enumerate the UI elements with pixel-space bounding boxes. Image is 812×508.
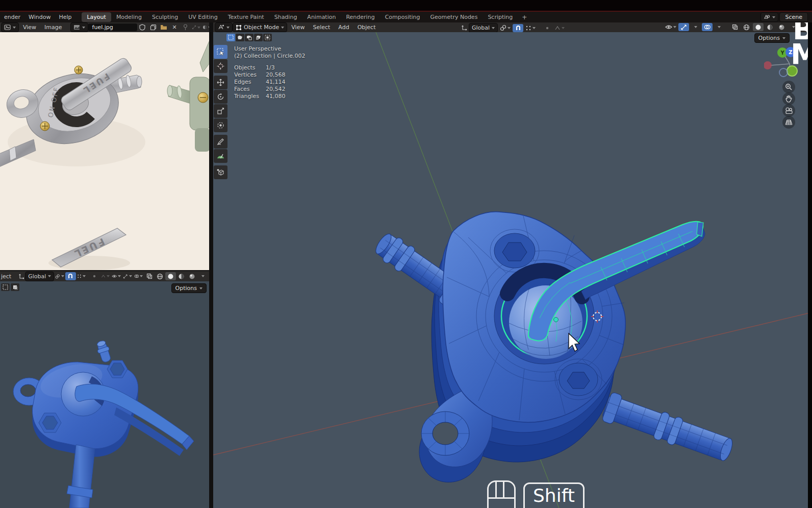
shading-dropdown-button[interactable] bbox=[197, 272, 208, 280]
pan-button[interactable] bbox=[782, 92, 795, 105]
xray-button[interactable] bbox=[144, 272, 155, 280]
shading-wireframe-button[interactable] bbox=[155, 272, 165, 280]
tab-shading[interactable]: Shading bbox=[269, 12, 302, 22]
mode-dropdown[interactable]: Object Mode bbox=[233, 22, 287, 32]
select-mode-invert-button[interactable] bbox=[254, 34, 263, 41]
add-workspace-button[interactable]: + bbox=[518, 14, 531, 21]
orientation-dropdown[interactable]: Global bbox=[469, 23, 498, 33]
tool-add-cube-button[interactable] bbox=[214, 165, 227, 179]
menu-help[interactable]: Help bbox=[55, 12, 75, 22]
tab-animation[interactable]: Animation bbox=[302, 12, 341, 22]
area-divider[interactable] bbox=[209, 22, 213, 508]
main-viewport-header: Object Mode View Select Add Object Globa… bbox=[213, 22, 812, 32]
viewport-menu-object[interactable]: Object bbox=[353, 22, 380, 33]
perspective-toggle-button[interactable] bbox=[782, 116, 795, 129]
tool-rotate-button[interactable] bbox=[214, 90, 227, 104]
shading-rendered-button[interactable] bbox=[776, 23, 787, 31]
zoom-button[interactable] bbox=[782, 81, 795, 93]
proportional-edit-icon bbox=[544, 25, 550, 31]
select-mode-new-button[interactable] bbox=[226, 34, 235, 41]
shading-material-button[interactable] bbox=[765, 23, 775, 31]
main-viewport-canvas[interactable]: User Perspective (2) Collection | Circle… bbox=[213, 32, 812, 508]
editor-type-button[interactable] bbox=[1, 22, 19, 32]
select-mode-icon[interactable] bbox=[1, 283, 10, 291]
fake-user-button[interactable] bbox=[137, 23, 148, 32]
select-mode-extend-button[interactable] bbox=[236, 34, 244, 41]
gizmos-dropdown[interactable] bbox=[690, 23, 701, 31]
xray-button[interactable] bbox=[729, 23, 740, 31]
snap-with-button[interactable] bbox=[524, 24, 537, 32]
tool-annotate-button[interactable] bbox=[214, 135, 227, 149]
image-editor-canvas[interactable]: ON OFF FUEL bbox=[0, 32, 209, 270]
new-image-button[interactable] bbox=[148, 23, 159, 32]
falloff-button[interactable] bbox=[100, 272, 111, 280]
overlays-button[interactable] bbox=[702, 23, 713, 31]
shading-wireframe-button[interactable] bbox=[741, 23, 752, 31]
falloff-button[interactable] bbox=[553, 24, 566, 32]
shading-material-button[interactable] bbox=[176, 272, 187, 280]
snap-toggle-button[interactable] bbox=[513, 24, 523, 32]
unlink-icon: ✕ bbox=[172, 24, 176, 31]
tab-uv-editing[interactable]: UV Editing bbox=[183, 12, 222, 22]
tab-scripting[interactable]: Scripting bbox=[483, 12, 518, 22]
tab-rendering[interactable]: Rendering bbox=[341, 12, 379, 22]
viewport-menu-view[interactable]: View bbox=[287, 22, 309, 33]
camera-view-button[interactable] bbox=[782, 104, 795, 117]
menu-render-clipped[interactable]: ender bbox=[0, 12, 24, 22]
snap-target-button[interactable] bbox=[499, 24, 512, 32]
image-editor-menu-image[interactable]: Image bbox=[40, 22, 66, 33]
tool-transform-button[interactable] bbox=[214, 118, 227, 132]
image-name-field[interactable]: fuel.jpg bbox=[88, 23, 137, 31]
viewport-menu-select[interactable]: Select bbox=[309, 22, 334, 33]
image-editor-menu-view[interactable]: View bbox=[19, 22, 40, 33]
image-browse-button[interactable] bbox=[70, 22, 88, 32]
viewport-menu-add[interactable]: Add bbox=[334, 22, 353, 33]
select-mode-intersect-button[interactable] bbox=[263, 34, 272, 41]
snap-with-button[interactable] bbox=[76, 272, 87, 280]
snap-target-button[interactable] bbox=[54, 272, 65, 280]
visibility-button[interactable] bbox=[664, 23, 677, 31]
gizmo-x-pos[interactable] bbox=[779, 68, 788, 77]
tool-cursor-button[interactable] bbox=[214, 59, 227, 73]
select-mode-icon[interactable] bbox=[11, 283, 19, 291]
tab-geometry-nodes[interactable]: Geometry Nodes bbox=[425, 12, 483, 22]
scene-name[interactable]: Scene bbox=[779, 12, 808, 22]
pin-button[interactable] bbox=[180, 23, 191, 32]
gizmos-button[interactable] bbox=[122, 272, 133, 280]
shading-solid-button[interactable] bbox=[753, 23, 764, 31]
falloff-icon bbox=[554, 25, 561, 31]
snap-toggle-button[interactable] bbox=[65, 272, 76, 280]
menu-window[interactable]: Window bbox=[24, 12, 55, 22]
overlays-dropdown[interactable] bbox=[714, 23, 724, 31]
orientation-dropdown[interactable]: Global bbox=[25, 272, 54, 281]
main-options-button[interactable]: Options bbox=[754, 33, 790, 43]
proportional-edit-button[interactable] bbox=[542, 24, 552, 32]
proportional-edit-button[interactable] bbox=[89, 272, 100, 280]
menu-object-clipped[interactable]: ject bbox=[0, 271, 15, 282]
tab-compositing[interactable]: Compositing bbox=[380, 12, 425, 22]
shading-solid-button[interactable] bbox=[165, 272, 176, 280]
tool-move-button[interactable] bbox=[214, 76, 227, 89]
unlink-image-button[interactable]: ✕ bbox=[169, 23, 180, 32]
scene-selector[interactable] bbox=[760, 12, 778, 22]
secondary-viewport-canvas[interactable]: Options bbox=[0, 281, 209, 508]
tab-sculpting[interactable]: Sculpting bbox=[147, 12, 183, 22]
tool-measure-button[interactable] bbox=[214, 149, 227, 163]
visibility-button[interactable] bbox=[111, 272, 122, 280]
tool-scale-button[interactable] bbox=[214, 104, 227, 118]
snap-magnet-icon bbox=[515, 25, 521, 31]
tool-select-box-button[interactable] bbox=[214, 45, 227, 59]
snap-target-icon bbox=[55, 273, 60, 280]
tab-modeling[interactable]: Modeling bbox=[111, 12, 147, 22]
tab-layout[interactable]: Layout bbox=[82, 12, 111, 22]
editor-type-button[interactable] bbox=[215, 22, 233, 32]
secondary-options-button[interactable]: Options bbox=[171, 283, 207, 293]
tab-texture-paint[interactable]: Texture Paint bbox=[223, 12, 269, 22]
open-image-button[interactable] bbox=[159, 23, 169, 32]
image-gizmo-button[interactable] bbox=[191, 23, 201, 32]
overlays-button[interactable] bbox=[133, 272, 144, 280]
select-mode-subtract-button[interactable] bbox=[245, 34, 253, 41]
gizmos-button[interactable] bbox=[678, 23, 689, 31]
shading-rendered-button[interactable] bbox=[187, 272, 197, 280]
gizmo-x-neg[interactable] bbox=[764, 61, 772, 69]
